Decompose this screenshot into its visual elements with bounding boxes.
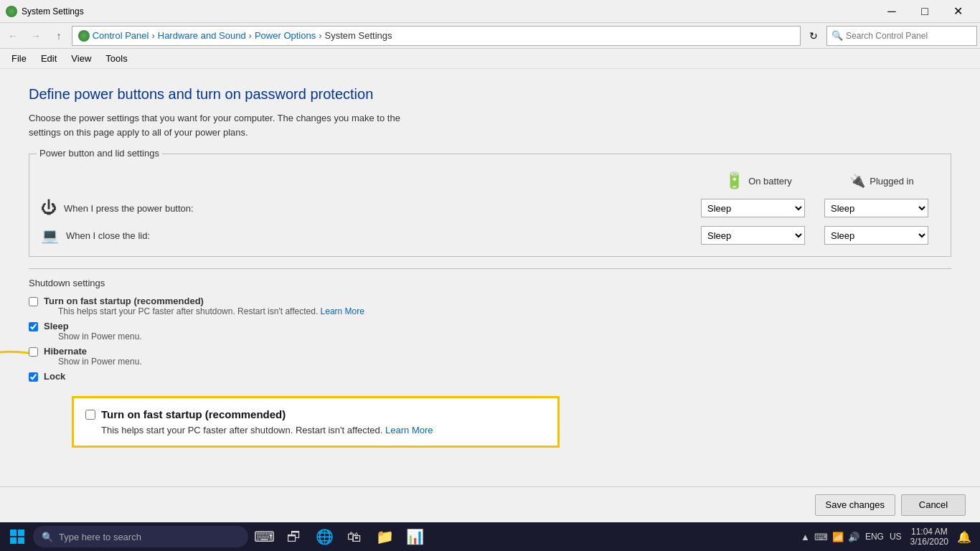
breadcrumb-power-options[interactable]: Power Options <box>255 30 316 41</box>
plug-icon: 🔌 <box>849 173 865 189</box>
fast-startup-learn-more[interactable]: Learn More <box>321 306 364 316</box>
tray-volume-icon: 🔊 <box>848 532 859 542</box>
back-button[interactable]: ← <box>3 26 23 46</box>
highlight-section: Turn on fast startup (recommended) This … <box>29 396 951 448</box>
search-input[interactable] <box>846 31 972 41</box>
tray-lang: ENG <box>865 532 884 542</box>
title-bar: System Settings ─ □ ✕ <box>0 0 980 23</box>
lid-icon: 💻 <box>41 227 59 244</box>
power-button-icon: ⏻ <box>41 199 57 217</box>
shutdown-item-fast-startup: Turn on fast startup (recommended) This … <box>29 296 951 316</box>
taskbar-app1[interactable]: 📊 <box>400 522 429 551</box>
breadcrumb-sep-3: › <box>319 30 321 41</box>
maximize-button[interactable]: □ <box>908 0 941 23</box>
breadcrumb-control-panel[interactable]: Control Panel <box>93 30 149 41</box>
breadcrumb: Control Panel › Hardware and Sound › Pow… <box>72 26 801 46</box>
lock-label: Lock <box>44 371 65 382</box>
save-changes-button[interactable]: Save changes <box>815 494 895 516</box>
breadcrumb-sep-1: › <box>151 30 154 41</box>
lid-plugged-select[interactable]: Do nothing Sleep Hibernate Shut down Tur… <box>824 226 928 245</box>
window-controls: ─ □ ✕ <box>875 0 974 23</box>
highlight-fast-startup-checkbox[interactable] <box>85 410 95 420</box>
lid-battery-select[interactable]: Do nothing Sleep Hibernate Shut down Tur… <box>701 226 805 245</box>
tray-network-icon: 📶 <box>832 532 844 542</box>
close-button[interactable]: ✕ <box>941 0 974 23</box>
highlight-box-row: Turn on fast startup (recommended) <box>85 408 546 420</box>
taskbar-tray: ▲ ⌨ 📶 🔊 ENG US 11:04 AM 3/16/2020 🔔 <box>801 527 977 547</box>
fast-startup-label: Turn on fast startup (recommended) <box>44 296 364 306</box>
taskbar-search-icon: 🔍 <box>42 532 53 542</box>
hibernate-desc: Show in Power menu. <box>58 357 142 367</box>
bottom-bar: Save changes Cancel <box>0 486 980 522</box>
tray-expand-icon[interactable]: ▲ <box>801 532 810 542</box>
shutdown-section: Shutdown settings Turn on fast startup (… <box>29 268 951 382</box>
search-box[interactable]: 🔍 <box>826 26 977 46</box>
menu-tools[interactable]: Tools <box>100 50 133 67</box>
notification-icon[interactable]: 🔔 <box>957 530 971 544</box>
tray-region: US <box>890 532 902 542</box>
power-button-battery-select-wrap: Do nothing Sleep Hibernate Shut down Tur… <box>701 199 816 217</box>
clock[interactable]: 11:04 AM 3/16/2020 <box>910 527 948 547</box>
windows-logo-icon <box>10 529 24 544</box>
refresh-button[interactable]: ↻ <box>804 26 824 46</box>
shutdown-item-hibernate: Hibernate Show in Power menu. <box>29 346 951 367</box>
taskbar-cortana[interactable]: ⌨ <box>250 522 278 551</box>
battery-icon: 🔋 <box>725 171 744 190</box>
start-button[interactable] <box>3 522 32 551</box>
breadcrumb-sep-2: › <box>249 30 252 41</box>
col-header-plugged: 🔌 Plugged in <box>824 173 939 189</box>
forward-button[interactable]: → <box>26 26 46 46</box>
lid-battery-select-wrap: Do nothing Sleep Hibernate Shut down Tur… <box>701 226 816 245</box>
highlight-fast-startup-label: Turn on fast startup (recommended) <box>101 408 286 420</box>
svg-rect-4 <box>18 537 24 544</box>
power-button-battery-select[interactable]: Do nothing Sleep Hibernate Shut down Tur… <box>701 199 805 217</box>
setting-power-button-label: ⏻ When I press the power button: <box>41 199 692 217</box>
svg-rect-3 <box>10 537 17 544</box>
menu-bar: File Edit View Tools <box>0 49 980 69</box>
taskbar-search-box[interactable]: 🔍 Type here to search <box>33 526 248 547</box>
taskbar-task-view[interactable]: 🗗 <box>280 522 308 551</box>
menu-view[interactable]: View <box>65 50 97 67</box>
breadcrumb-hardware-sound[interactable]: Hardware and Sound <box>158 30 246 41</box>
power-button-plugged-select-wrap: Do nothing Sleep Hibernate Shut down Tur… <box>824 199 939 217</box>
taskbar: 🔍 Type here to search ⌨ 🗗 🌐 🛍 📁 📊 ▲ ⌨ 📶 … <box>0 522 980 551</box>
app-icon <box>6 6 17 17</box>
up-button[interactable]: ↑ <box>49 26 69 46</box>
arrow-annotation <box>0 339 43 432</box>
taskbar-edge[interactable]: 🌐 <box>310 522 339 551</box>
power-section-title: Power button and lid settings <box>37 148 162 159</box>
fast-startup-desc: This helps start your PC faster after sh… <box>58 306 364 316</box>
address-bar: ← → ↑ Control Panel › Hardware and Sound… <box>0 23 980 49</box>
svg-rect-2 <box>18 529 24 536</box>
power-button-plugged-select[interactable]: Do nothing Sleep Hibernate Shut down Tur… <box>824 199 928 217</box>
breadcrumb-current: System Settings <box>325 30 392 41</box>
shutdown-section-title: Shutdown settings <box>29 278 951 288</box>
sleep-checkbox[interactable] <box>29 322 38 331</box>
shutdown-item-lock: Lock <box>29 371 951 382</box>
sleep-label: Sleep <box>44 321 142 331</box>
fast-startup-checkbox[interactable] <box>29 297 38 306</box>
taskbar-explorer[interactable]: 📁 <box>370 522 399 551</box>
tray-icons: ▲ ⌨ 📶 🔊 <box>801 532 859 542</box>
highlight-fast-startup-desc: This helps start your PC faster after sh… <box>101 425 546 435</box>
shutdown-item-sleep: Sleep Show in Power menu. <box>29 321 951 342</box>
minimize-button[interactable]: ─ <box>875 0 908 23</box>
search-icon: 🔍 <box>831 30 843 41</box>
taskbar-store[interactable]: 🛍 <box>340 522 369 551</box>
clock-date: 3/16/2020 <box>910 537 948 547</box>
cancel-button[interactable]: Cancel <box>901 494 966 516</box>
sleep-desc: Show in Power menu. <box>58 331 142 342</box>
menu-file[interactable]: File <box>6 50 32 67</box>
content-wrapper: Define power buttons and turn on passwor… <box>0 69 980 522</box>
setting-lid-label: 💻 When I close the lid: <box>41 227 692 244</box>
hibernate-label: Hibernate <box>44 346 142 357</box>
window-title: System Settings <box>22 6 875 17</box>
highlight-learn-more-link[interactable]: Learn More <box>385 425 433 435</box>
menu-edit[interactable]: Edit <box>35 50 62 67</box>
col-header-battery: 🔋 On battery <box>701 171 816 190</box>
breadcrumb-icon <box>78 30 90 42</box>
tray-keyboard-icon: ⌨ <box>814 532 828 542</box>
svg-rect-1 <box>10 529 17 536</box>
lid-plugged-select-wrap: Do nothing Sleep Hibernate Shut down Tur… <box>824 226 939 245</box>
clock-time: 11:04 AM <box>910 527 948 537</box>
